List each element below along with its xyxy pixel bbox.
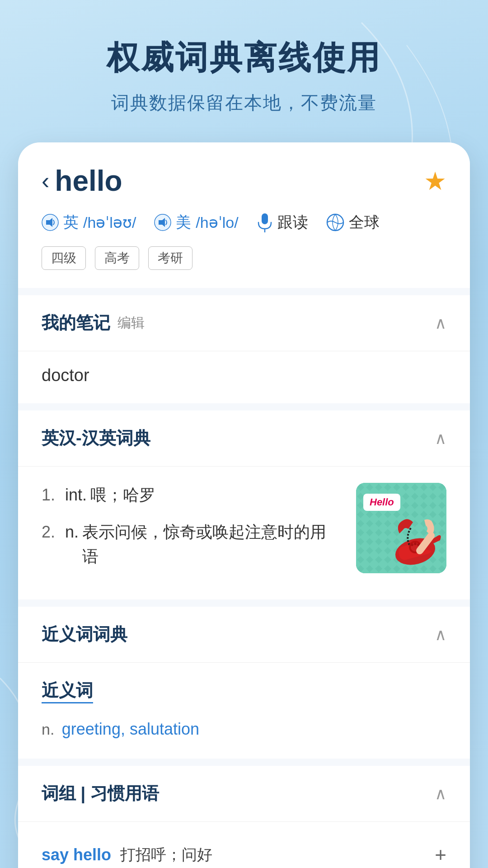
us-ipa: /həˈlo/ (196, 213, 238, 231)
dictionary-content: 1. int. 喂；哈罗 2. n. 表示问候，惊奇或唤起注意时的用语 (18, 467, 470, 599)
dictionary-title: 英汉-汉英词典 (42, 427, 150, 450)
synonym-section-header[interactable]: 近义词词典 ∧ (18, 607, 470, 663)
synonym-subtitle: 近义词 (42, 679, 93, 703)
synonym-comma: , (121, 720, 130, 738)
def-pos-2: n. (65, 520, 79, 544)
tags-row: 四级 高考 考研 (42, 246, 446, 270)
svg-point-14 (411, 543, 413, 546)
synonym-pos: n. (42, 721, 54, 738)
phrases-title: 词组 | 习惯用语 (42, 782, 159, 805)
def-num-2: 2. (42, 520, 65, 544)
pronunciation-row: 英 /həˈləʊ/ 美 /həˈlo/ 跟 (42, 212, 446, 233)
card-header: ‹ hello ★ 英 /həˈləʊ/ (18, 142, 470, 288)
sub-title: 词典数据保留在本地，不费流量 (0, 90, 488, 115)
favorite-star-icon[interactable]: ★ (424, 166, 446, 196)
global-button[interactable]: 全球 (326, 212, 380, 233)
microphone-icon (257, 212, 273, 232)
notes-title-row: 我的笔记 编辑 (42, 311, 145, 335)
dictionary-section: 英汉-汉英词典 ∧ 1. int. 喂；哈罗 2. n. 表示问候，惊奇或唤起注… (18, 410, 470, 599)
search-word: hello (55, 164, 122, 198)
dictionary-collapse-icon[interactable]: ∧ (435, 429, 446, 448)
us-speaker-icon (154, 214, 171, 231)
follow-read-button[interactable]: 跟读 (257, 212, 308, 233)
phrases-section-header[interactable]: 词组 | 习惯用语 ∧ (18, 766, 470, 822)
follow-read-label: 跟读 (277, 212, 308, 233)
definition-item-2: 2. n. 表示问候，惊奇或唤起注意时的用语 (42, 520, 343, 569)
phrases-section: 词组 | 习惯用语 ∧ say hello 打招呼；问好 + hello eve… (18, 766, 470, 868)
phrase-item-1: say hello 打招呼；问好 + (42, 835, 446, 868)
synonym-collapse-icon[interactable]: ∧ (435, 625, 446, 644)
definition-item-1: 1. int. 喂；哈罗 (42, 483, 343, 507)
synonym-section: 近义词词典 ∧ 近义词 n. greeting, salutation (18, 607, 470, 759)
notes-edit-button[interactable]: 编辑 (117, 314, 145, 332)
svg-rect-4 (262, 213, 268, 224)
word-row: ‹ hello ★ (42, 164, 446, 198)
phrase-meaning-1: 打招呼；问好 (120, 844, 212, 865)
note-text: doctor (42, 366, 89, 385)
back-icon[interactable]: ‹ (42, 169, 49, 193)
def-pos-1: int. (65, 483, 87, 507)
main-title: 权威词典离线使用 (0, 36, 488, 80)
global-icon (326, 213, 344, 231)
global-label: 全球 (349, 212, 380, 233)
tag-gaokao: 高考 (95, 246, 139, 270)
dictionary-section-header[interactable]: 英汉-汉英词典 ∧ (18, 410, 470, 467)
synonym-title: 近义词词典 (42, 623, 127, 646)
svg-point-15 (414, 542, 417, 545)
phrase-add-icon-1[interactable]: + (435, 844, 446, 866)
def-num-1: 1. (42, 483, 65, 507)
definitions-list: 1. int. 喂；哈罗 2. n. 表示问候，惊奇或唤起注意时的用语 (42, 483, 343, 581)
us-label: 美 (176, 212, 191, 233)
tag-kaoyan: 考研 (148, 246, 192, 270)
uk-pronunciation[interactable]: 英 /həˈləʊ/ (42, 212, 136, 233)
tag-cet4: 四级 (42, 246, 86, 270)
notes-collapse-icon[interactable]: ∧ (435, 314, 446, 333)
uk-ipa: /həˈləʊ/ (83, 213, 136, 231)
notes-section-header[interactable]: 我的笔记 编辑 ∧ (18, 295, 470, 351)
dictionary-card: ‹ hello ★ 英 /həˈləʊ/ (18, 142, 470, 868)
top-section: 权威词典离线使用 词典数据保留在本地，不费流量 (0, 0, 488, 142)
uk-label: 英 (63, 212, 79, 233)
uk-speaker-icon (42, 214, 59, 231)
synonym-label-row: 近义词 (42, 679, 446, 712)
back-word-group: ‹ hello (42, 164, 122, 198)
synonym-words: greeting, salutation (62, 720, 199, 738)
synonym-word-1[interactable]: greeting (62, 720, 121, 738)
dictionary-illustration: Hello (356, 483, 446, 573)
synonym-words-row: n. greeting, salutation (42, 720, 446, 739)
notes-title: 我的笔记 (42, 311, 110, 335)
def-text-1: 喂；哈罗 (90, 483, 155, 507)
synonym-word-2[interactable]: salutation (130, 720, 199, 738)
synonym-content: 近义词 n. greeting, salutation (18, 663, 470, 759)
us-pronunciation[interactable]: 美 /həˈlo/ (154, 212, 238, 233)
notes-section: 我的笔记 编辑 ∧ doctor (18, 295, 470, 403)
phrases-collapse-icon[interactable]: ∧ (435, 784, 446, 803)
phrase-word-1[interactable]: say hello (42, 845, 111, 864)
def-text-2: 表示问候，惊奇或唤起注意时的用语 (82, 520, 343, 569)
phrase-left-1: say hello 打招呼；问好 (42, 844, 435, 865)
notes-content: doctor (18, 351, 470, 403)
phrases-content: say hello 打招呼；问好 + hello everyone 大家好 (18, 822, 470, 868)
